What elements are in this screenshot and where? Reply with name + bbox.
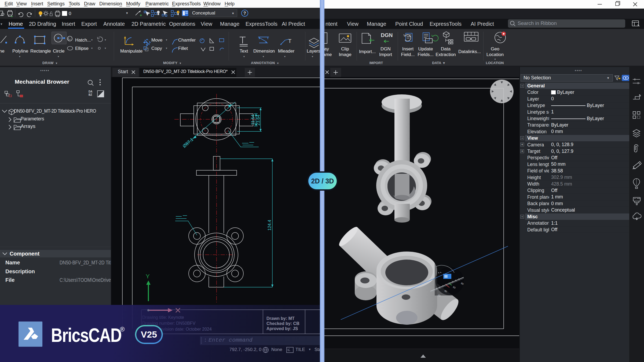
svg-text:BZ: BZ — [89, 93, 92, 96]
svg-text:Fields...: Fields... — [418, 52, 434, 57]
svg-text:rame: rame — [324, 52, 332, 57]
svg-text:IMPORT: IMPORT — [369, 61, 383, 65]
svg-text:Import...: Import... — [359, 49, 376, 54]
svg-text:23.64: 23.64 — [256, 115, 261, 125]
svg-text:Import: Import — [379, 52, 392, 57]
svg-text:DGN: DGN — [380, 46, 391, 51]
svg-text:Ø87.1: Ø87.1 — [182, 137, 194, 149]
svg-text:?: ? — [243, 11, 246, 16]
svg-text:Clip: Clip — [341, 46, 349, 51]
svg-text:LOCATION: LOCATION — [486, 61, 504, 65]
svg-text:124.4: 124.4 — [267, 220, 272, 231]
svg-text:ay: ay — [324, 46, 329, 51]
svg-text:DGN: DGN — [381, 32, 393, 38]
svg-text:Y: Y — [146, 273, 150, 280]
svg-text:Datalinks...: Datalinks... — [458, 49, 481, 54]
svg-text:Insert: Insert — [402, 46, 414, 51]
svg-text:Geo: Geo — [491, 46, 499, 51]
svg-text:Data: Data — [441, 46, 451, 51]
svg-text:Update: Update — [418, 46, 433, 51]
svg-text:11.54: 11.54 — [251, 114, 255, 125]
svg-text:Image: Image — [339, 52, 351, 57]
svg-text:T: T — [288, 38, 291, 44]
svg-text:DA: DA — [89, 90, 92, 93]
svg-text:Field...: Field... — [401, 52, 415, 57]
svg-text:DATA ▾: DATA ▾ — [432, 61, 445, 65]
svg-text:▾: ▾ — [494, 58, 496, 61]
svg-text:Extraction: Extraction — [436, 52, 456, 57]
svg-text:Location: Location — [486, 52, 504, 57]
